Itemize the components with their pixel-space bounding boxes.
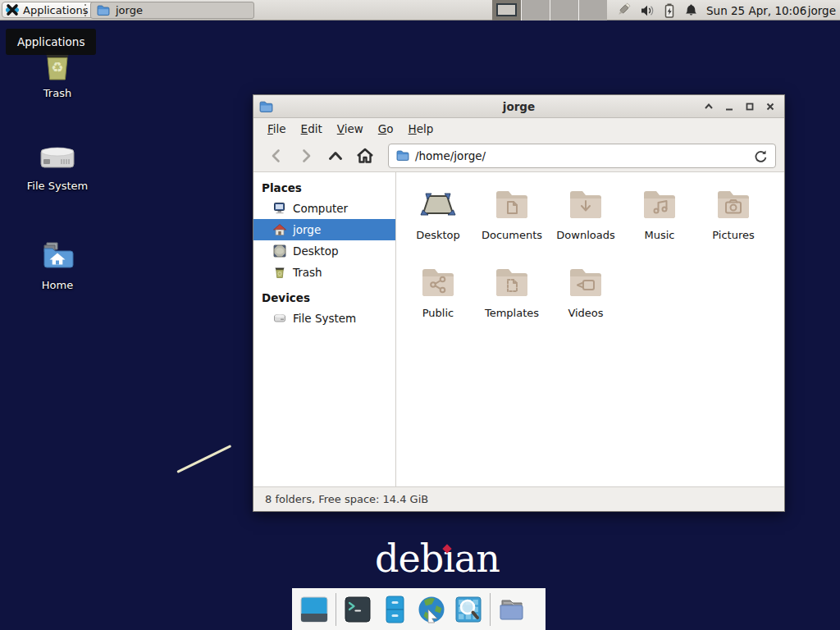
applications-menu-button[interactable]: Applications: [2, 2, 95, 18]
panel-username[interactable]: jorge: [808, 0, 836, 21]
menu-edit[interactable]: Edit: [294, 120, 330, 138]
home-button[interactable]: [350, 144, 380, 167]
sidebar-item-desktop[interactable]: Desktop: [253, 240, 395, 262]
workspace-3[interactable]: [550, 0, 578, 21]
terminal-icon: [342, 594, 373, 625]
battery-charging-icon[interactable]: [662, 2, 677, 19]
open-folder-icon: [496, 594, 527, 625]
videos-folder-icon: [566, 263, 605, 303]
dock-separator: [336, 593, 336, 626]
file-manager-launcher[interactable]: [379, 594, 410, 625]
stylus-tool-icon[interactable]: [614, 2, 632, 19]
folder-item-videos[interactable]: Videos: [549, 262, 623, 340]
globe-browser-icon: [416, 594, 447, 625]
desktop-icon-label: File System: [15, 180, 100, 192]
folder-icon: [97, 4, 110, 16]
reload-button[interactable]: [753, 148, 768, 163]
folder-item-pictures[interactable]: Pictures: [696, 184, 770, 262]
sidebar-item-label: Trash: [293, 266, 322, 279]
sidebar-item-trash[interactable]: Trash: [253, 262, 395, 283]
web-browser-launcher[interactable]: [416, 594, 447, 625]
music-folder-icon: [640, 185, 679, 225]
status-text: 8 folders, Free space: 14.4 GiB: [265, 493, 428, 505]
menu-go[interactable]: Go: [371, 120, 401, 138]
sidebar-item-jorge[interactable]: jorge: [253, 219, 395, 240]
templates-folder-icon: [492, 263, 532, 303]
places-header: Places: [253, 177, 395, 198]
recycle-symbol-icon: ♻: [39, 59, 76, 75]
workspace-2[interactable]: [521, 0, 550, 21]
folder-label: Downloads: [549, 229, 623, 241]
menu-help[interactable]: Help: [401, 120, 441, 138]
desktop-special-icon: [418, 185, 458, 225]
sidebar-item-file-system[interactable]: File System: [253, 308, 395, 329]
desktop-icon-file-system[interactable]: File System: [15, 139, 100, 192]
up-button[interactable]: [321, 144, 350, 167]
folder-item-templates[interactable]: Templates: [475, 262, 549, 340]
public-folder-icon: [418, 263, 458, 303]
panel-clock[interactable]: Sun 25 Apr, 10:06: [706, 0, 806, 21]
location-path-field[interactable]: /home/jorge/: [388, 144, 776, 168]
folder-label: Videos: [549, 307, 623, 319]
toolbar: /home/jorge/: [253, 139, 784, 172]
system-tray: [614, 0, 699, 21]
folder-item-downloads[interactable]: Downloads: [549, 184, 623, 262]
back-button[interactable]: [262, 144, 291, 167]
sidebar-item-label: Computer: [293, 202, 348, 215]
sidebar-item-computer[interactable]: Computer: [253, 198, 395, 219]
taskbar-window-button[interactable]: jorge: [90, 2, 254, 19]
desktop-screen: Applications jorge: [0, 0, 840, 630]
desktop-icon-label: Home: [15, 279, 100, 291]
folder-item-documents[interactable]: Documents: [475, 184, 549, 262]
folder-icon: [396, 149, 409, 162]
downloads-folder-icon: [566, 185, 605, 225]
forward-button[interactable]: [291, 144, 321, 167]
pictures-folder-icon: [714, 185, 753, 225]
harddrive-icon: [273, 312, 286, 325]
top-panel: Applications jorge: [0, 0, 840, 21]
menu-file[interactable]: File: [260, 120, 294, 138]
folder-item-desktop[interactable]: Desktop: [401, 184, 475, 262]
app-finder-icon: [453, 594, 484, 625]
window-folder-icon: [259, 100, 273, 113]
folder-label: Music: [623, 229, 696, 241]
workspace-1[interactable]: [492, 0, 521, 21]
close-button[interactable]: [765, 101, 776, 112]
workspace-window-thumbnail: [496, 3, 517, 16]
notifications-bell-icon[interactable]: [683, 2, 699, 19]
documents-folder-icon: [492, 185, 532, 225]
applications-tooltip: Applications: [6, 29, 96, 55]
menu-view[interactable]: View: [330, 120, 371, 138]
folder-label: Public: [401, 307, 475, 319]
applications-menu-label: Applications: [23, 4, 88, 16]
folder-item-public[interactable]: Public: [401, 262, 475, 340]
file-manager-window: jorge: [253, 94, 785, 512]
terminal-launcher[interactable]: [342, 594, 373, 625]
folder-shortcut[interactable]: [496, 594, 527, 625]
desktop-icon-home[interactable]: Home: [15, 237, 100, 291]
home-folder-icon: [38, 237, 77, 276]
taskbar-window-label: jorge: [116, 4, 143, 16]
status-bar: 8 folders, Free space: 14.4 GiB: [253, 486, 784, 511]
application-finder-launcher[interactable]: [453, 594, 484, 625]
debian-logo-text: deb: [375, 536, 443, 581]
window-body: Places Computer: [253, 172, 784, 486]
folder-label: Desktop: [401, 229, 475, 241]
minimize-button[interactable]: [724, 101, 735, 112]
sidebar-item-label: File System: [293, 312, 356, 325]
folder-view: Desktop Documents: [396, 172, 784, 486]
workspace-4[interactable]: [578, 0, 607, 21]
show-desktop-button[interactable]: [299, 594, 330, 625]
folder-item-music[interactable]: Music: [623, 184, 696, 262]
home-icon: [273, 223, 286, 236]
maximize-button[interactable]: [744, 101, 756, 112]
shade-button[interactable]: [703, 101, 714, 112]
volume-icon[interactable]: [639, 2, 655, 19]
file-cabinet-icon: [379, 594, 410, 625]
panel-handle[interactable]: [84, 4, 89, 16]
devices-header: Devices: [253, 287, 395, 308]
window-titlebar[interactable]: jorge: [253, 95, 784, 118]
computer-icon: [273, 202, 286, 215]
folder-label: Pictures: [696, 229, 770, 241]
folder-label: Templates: [475, 307, 549, 319]
